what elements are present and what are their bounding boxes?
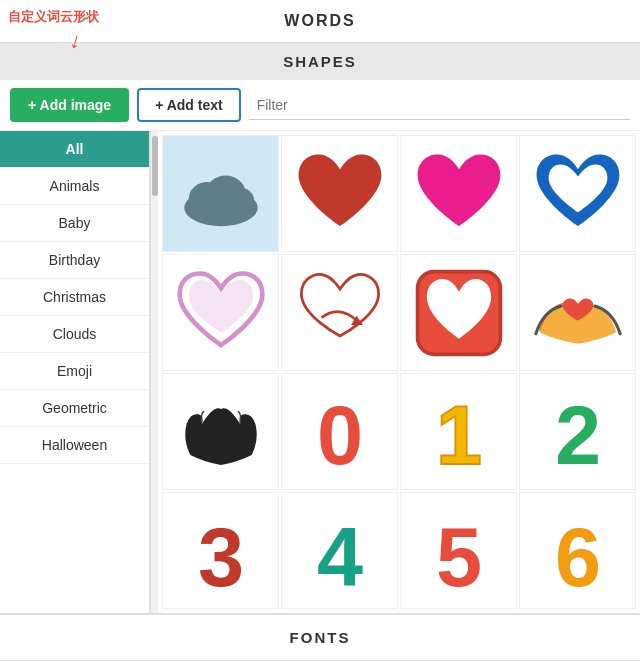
shape-square-heart[interactable] — [400, 254, 517, 371]
sidebar-item-all[interactable]: All — [0, 131, 149, 168]
shape-cloud[interactable] — [162, 135, 279, 252]
sidebar-item-emoji[interactable]: Emoji — [0, 353, 149, 390]
svg-text:3: 3 — [197, 510, 243, 596]
svg-text:5: 5 — [435, 510, 481, 596]
shape-lavender-heart[interactable] — [162, 254, 279, 371]
sidebar-item-halloween[interactable]: Halloween — [0, 427, 149, 464]
shape-number-2[interactable]: 2 — [519, 373, 636, 490]
shape-number-5[interactable]: 5 — [400, 492, 517, 609]
shape-red-heart[interactable] — [281, 135, 398, 252]
shape-number-6[interactable]: 6 — [519, 492, 636, 609]
sidebar-scrollbar[interactable] — [150, 131, 158, 613]
shapes-body: All Animals Baby Birthday Christmas Clou… — [0, 131, 640, 613]
filter-input[interactable] — [249, 91, 630, 120]
svg-text:2: 2 — [554, 389, 600, 478]
shape-arrow-heart[interactable] — [281, 254, 398, 371]
scrollbar-thumb[interactable] — [152, 136, 158, 196]
add-text-button[interactable]: + Add text — [137, 88, 241, 122]
annotation-text: 自定义词云形状 — [8, 8, 99, 26]
svg-text:4: 4 — [316, 510, 362, 596]
sidebar-item-geometric[interactable]: Geometric — [0, 390, 149, 427]
shape-number-0[interactable]: 0 — [281, 373, 398, 490]
sidebar-item-birthday[interactable]: Birthday — [0, 242, 149, 279]
svg-text:6: 6 — [554, 510, 600, 596]
svg-point-3 — [224, 187, 253, 213]
fonts-tab[interactable]: FONTS — [0, 614, 640, 660]
shape-hands-silhouette[interactable] — [162, 373, 279, 490]
sidebar-item-clouds[interactable]: Clouds — [0, 316, 149, 353]
shapes-header: SHAPES — [0, 43, 640, 80]
bottom-bars: FONTS LAYOUT — [0, 613, 640, 662]
shape-hands-heart[interactable] — [519, 254, 636, 371]
svg-text:0: 0 — [316, 389, 362, 478]
sidebar-item-christmas[interactable]: Christmas — [0, 279, 149, 316]
shapes-grid: 0 1 1 2 — [158, 131, 640, 613]
shape-blue-heart[interactable] — [519, 135, 636, 252]
category-sidebar: All Animals Baby Birthday Christmas Clou… — [0, 131, 150, 613]
shape-pink-heart[interactable] — [400, 135, 517, 252]
shape-number-1[interactable]: 1 1 — [400, 373, 517, 490]
shape-number-3[interactable]: 3 — [162, 492, 279, 609]
sidebar-item-animals[interactable]: Animals — [0, 168, 149, 205]
shape-number-4[interactable]: 4 — [281, 492, 398, 609]
sidebar-item-baby[interactable]: Baby — [0, 205, 149, 242]
svg-text:1: 1 — [435, 389, 481, 478]
shapes-toolbar: + Add image + Add text — [0, 80, 640, 131]
add-image-button[interactable]: + Add image — [10, 88, 129, 122]
shapes-grid-area: 0 1 1 2 — [158, 131, 640, 613]
